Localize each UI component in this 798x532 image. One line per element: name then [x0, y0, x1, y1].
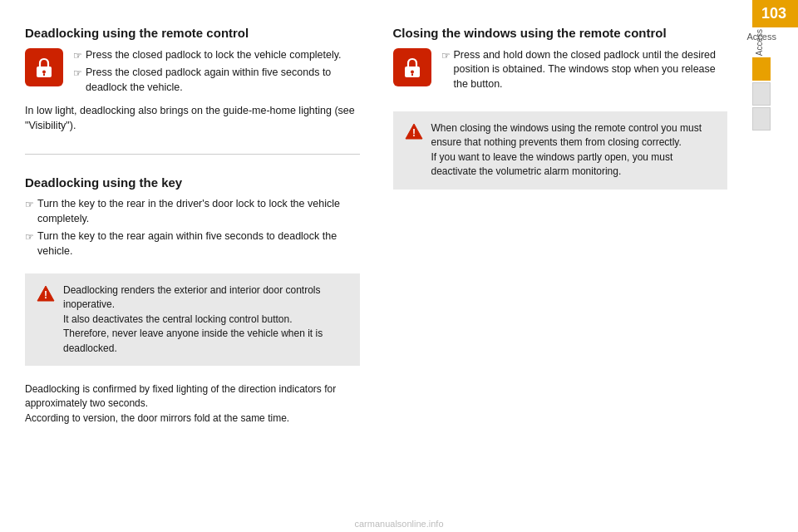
deadlock-warning-box: ! Deadlocking renders the exterior and i… — [25, 273, 360, 366]
deadlock-remote-content: ☞ Press the closed padlock to lock the v… — [25, 48, 360, 99]
right-column: Closing the windows using the remote con… — [393, 25, 728, 499]
bottom-note-1: Deadlocking is confirmed by fixed lighti… — [25, 382, 360, 426]
lock-icon-box-2 — [393, 48, 431, 86]
close-windows-section: Closing the windows using the remote con… — [393, 25, 728, 100]
svg-text:!: ! — [412, 127, 416, 139]
tab-inactive-1[interactable] — [752, 82, 771, 106]
deadlock-key-section: Deadlocking using the key ☞ Turn the key… — [25, 175, 360, 263]
tab-inactive-2[interactable] — [752, 107, 771, 131]
lock-closed-icon-1 — [32, 56, 56, 79]
warning-icon-2: ! — [405, 122, 423, 140]
deadlock-key-bullets: ☞ Turn the key to the rear in the driver… — [25, 197, 360, 259]
tab-active[interactable] — [752, 57, 771, 81]
deadlock-remote-section: Deadlocking using the remote control ☞ P… — [25, 25, 360, 134]
lock-icon-box-1 — [25, 48, 63, 86]
lock-closed-icon-2 — [401, 56, 424, 79]
bullet-item: ☞ Press and hold down the closed padlock… — [441, 48, 728, 92]
left-column: Deadlocking using the remote control ☞ P… — [25, 25, 360, 499]
divider-1 — [25, 154, 360, 155]
bullet-item: ☞ Press the closed padlock again within … — [73, 66, 360, 95]
close-windows-warning-box: ! When closing the windows using the rem… — [393, 111, 728, 190]
bullet-item: ☞ Turn the key to the rear again within … — [25, 229, 360, 259]
deadlock-remote-plain: In low light, deadlocking also brings on… — [25, 103, 360, 133]
svg-text:!: ! — [44, 289, 47, 301]
deadlock-key-title: Deadlocking using the key — [25, 175, 360, 191]
deadlock-remote-title: Deadlocking using the remote control — [25, 25, 360, 42]
close-windows-content: ☞ Press and hold down the closed padlock… — [393, 48, 728, 96]
bullet-item: ☞ Turn the key to the rear in the driver… — [25, 197, 360, 226]
main-content: Deadlocking using the remote control ☞ P… — [0, 0, 752, 507]
close-windows-title: Closing the windows using the remote con… — [393, 25, 728, 42]
watermark: carmanualsonline.info — [354, 519, 443, 529]
bullet-item: ☞ Press the closed padlock to lock the v… — [73, 48, 360, 63]
warning-icon-1: ! — [37, 284, 55, 303]
svg-point-6 — [411, 70, 414, 73]
deadlock-warning-text: Deadlocking renders the exterior and int… — [63, 283, 348, 356]
deadlock-remote-bullets: ☞ Press the closed padlock to lock the v… — [73, 48, 360, 99]
page-number: 103 — [752, 0, 798, 27]
close-windows-warning-text: When closing the windows using the remot… — [431, 121, 717, 180]
close-windows-bullets: ☞ Press and hold down the closed padlock… — [441, 48, 728, 96]
sidebar-tabs: 103 Access — [752, 0, 798, 132]
svg-point-1 — [42, 70, 46, 73]
